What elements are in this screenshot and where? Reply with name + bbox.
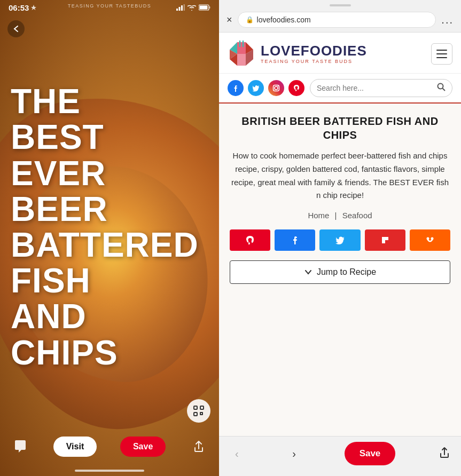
url-bar[interactable]: 🔒 lovefoodies.com xyxy=(238,12,436,28)
svg-point-20 xyxy=(275,86,278,90)
facebook-icon[interactable] xyxy=(228,80,244,96)
logo-area: LOVEFOODIES TEASING YOUR TASTE BUDS xyxy=(228,40,367,68)
left-panel: 06:53 xyxy=(0,0,219,476)
share-buttons xyxy=(230,229,450,251)
browser-bottom-bar: ‹ › Save xyxy=(219,436,461,476)
svg-rect-5 xyxy=(200,6,208,10)
right-panel: × 🔒 lovefoodies.com ... xyxy=(219,0,461,476)
pinterest-icon[interactable] xyxy=(288,80,304,96)
search-bar[interactable] xyxy=(310,79,452,97)
svg-point-22 xyxy=(438,84,443,89)
share-pinterest-button[interactable] xyxy=(230,229,270,251)
content-area: BRITISH BEER BATTERED FISH AND CHIPS How… xyxy=(219,104,461,436)
share-facebook-button[interactable] xyxy=(275,229,315,251)
social-search-bar xyxy=(219,74,461,104)
svg-rect-6 xyxy=(209,6,210,9)
site-header: LOVEFOODIES TEASING YOUR TASTE BUDS xyxy=(219,33,461,74)
status-icons xyxy=(176,4,210,11)
logo-tagline: TEASING YOUR TASTE BUDS xyxy=(261,59,367,64)
hero-line-3: BEER BATTERED xyxy=(11,192,208,263)
back-nav-arrow[interactable]: ‹ xyxy=(230,446,244,462)
hamburger-line xyxy=(436,50,447,51)
breadcrumb-home[interactable]: Home xyxy=(308,211,329,220)
breadcrumb-separator: | xyxy=(335,211,337,220)
logo-text-area: LOVEFOODIES TEASING YOUR TASTE BUDS xyxy=(261,44,367,64)
jump-to-recipe-label: Jump to Recipe xyxy=(317,267,376,277)
search-button[interactable] xyxy=(437,83,446,93)
share-twitter-button[interactable] xyxy=(319,229,360,251)
svg-rect-2 xyxy=(181,5,183,11)
breadcrumb: Home | Seafood xyxy=(230,211,450,220)
visit-button[interactable]: Visit xyxy=(53,437,97,457)
svg-rect-3 xyxy=(184,4,185,11)
hero-line-1: THE xyxy=(11,84,81,120)
svg-marker-16 xyxy=(237,54,246,66)
svg-rect-9 xyxy=(194,412,197,416)
svg-marker-13 xyxy=(237,42,246,54)
svg-point-21 xyxy=(278,86,279,87)
svg-rect-0 xyxy=(176,9,178,11)
search-input[interactable] xyxy=(317,84,434,92)
share-icon[interactable] xyxy=(189,437,208,456)
drag-handle xyxy=(330,4,351,6)
hero-line-5: AND xyxy=(11,299,87,335)
social-icons xyxy=(228,80,304,96)
status-time: 06:53 xyxy=(9,3,36,12)
scan-button[interactable] xyxy=(187,399,210,423)
save-button-left[interactable]: Save xyxy=(120,437,166,457)
bottom-bar: Visit Save xyxy=(0,428,219,476)
svg-rect-8 xyxy=(200,406,204,409)
lock-icon: 🔒 xyxy=(246,16,254,23)
instagram-icon[interactable] xyxy=(268,80,284,96)
share-button-right[interactable] xyxy=(439,447,450,461)
hamburger-line xyxy=(436,53,447,54)
share-mix-button[interactable] xyxy=(410,229,450,251)
hero-line-6: CHIPS xyxy=(11,335,118,371)
recipe-description: How to cook homemade perfect beer-batter… xyxy=(230,149,450,202)
hamburger-line xyxy=(436,57,447,58)
svg-line-23 xyxy=(443,89,446,91)
browser-bar: × 🔒 lovefoodies.com ... xyxy=(226,12,454,28)
hero-line-4: FISH xyxy=(11,263,91,299)
more-menu-button[interactable]: ... xyxy=(441,14,454,26)
logo-icon xyxy=(228,40,255,68)
breadcrumb-seafood[interactable]: Seafood xyxy=(342,211,372,220)
forward-nav-arrow[interactable]: › xyxy=(287,446,301,462)
save-button-right[interactable]: Save xyxy=(345,442,396,465)
comment-icon[interactable] xyxy=(11,437,30,456)
svg-rect-1 xyxy=(179,7,181,11)
hero-line-2: BEST EVER xyxy=(11,120,208,191)
jump-to-recipe-button[interactable]: Jump to Recipe xyxy=(230,260,450,284)
hero-text: THE BEST EVER BEER BATTERED FISH AND CHI… xyxy=(0,32,219,423)
logo-name: LOVEFOODIES xyxy=(261,44,367,58)
svg-rect-7 xyxy=(194,406,197,409)
close-button[interactable]: × xyxy=(226,14,232,26)
hamburger-button[interactable] xyxy=(431,43,452,65)
url-text: lovefoodies.com xyxy=(257,15,311,24)
home-indicator xyxy=(75,470,144,472)
twitter-icon[interactable] xyxy=(248,80,264,96)
share-flipboard-button[interactable] xyxy=(365,229,405,251)
top-tagline: TEASING YOUR TASTEBUDS xyxy=(68,3,152,9)
browser-chrome: × 🔒 lovefoodies.com ... xyxy=(219,0,461,33)
recipe-title: BRITISH BEER BATTERED FISH AND CHIPS xyxy=(230,114,450,142)
